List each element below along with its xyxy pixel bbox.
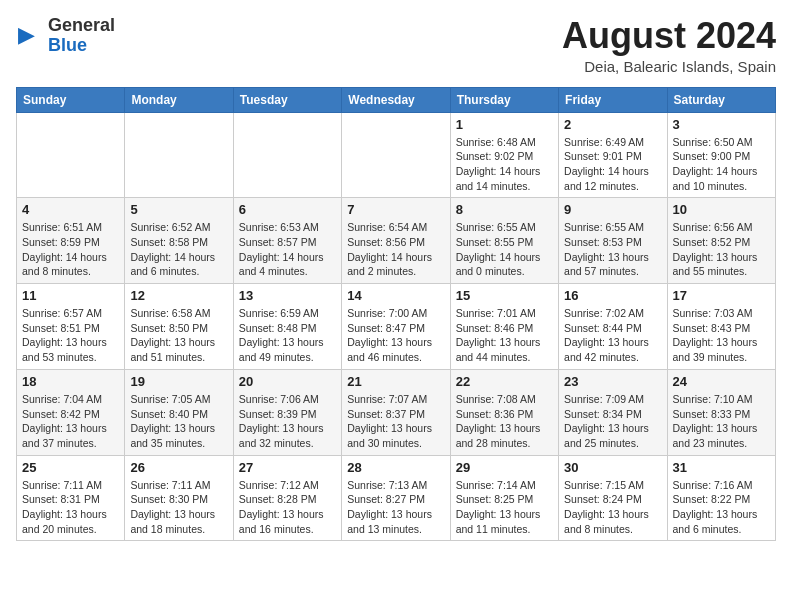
- day-info: Sunrise: 6:53 AM Sunset: 8:57 PM Dayligh…: [239, 220, 336, 279]
- day-number: 6: [239, 202, 336, 217]
- calendar-table: SundayMondayTuesdayWednesdayThursdayFrid…: [16, 87, 776, 542]
- day-number: 19: [130, 374, 227, 389]
- day-number: 18: [22, 374, 119, 389]
- day-info: Sunrise: 6:59 AM Sunset: 8:48 PM Dayligh…: [239, 306, 336, 365]
- day-info: Sunrise: 6:57 AM Sunset: 8:51 PM Dayligh…: [22, 306, 119, 365]
- day-info: Sunrise: 7:12 AM Sunset: 8:28 PM Dayligh…: [239, 478, 336, 537]
- calendar-cell: 2Sunrise: 6:49 AM Sunset: 9:01 PM Daylig…: [559, 112, 667, 198]
- day-info: Sunrise: 7:07 AM Sunset: 8:37 PM Dayligh…: [347, 392, 444, 451]
- day-number: 21: [347, 374, 444, 389]
- day-info: Sunrise: 6:56 AM Sunset: 8:52 PM Dayligh…: [673, 220, 770, 279]
- day-info: Sunrise: 7:06 AM Sunset: 8:39 PM Dayligh…: [239, 392, 336, 451]
- day-info: Sunrise: 7:01 AM Sunset: 8:46 PM Dayligh…: [456, 306, 553, 365]
- calendar-cell: 30Sunrise: 7:15 AM Sunset: 8:24 PM Dayli…: [559, 455, 667, 541]
- day-info: Sunrise: 6:50 AM Sunset: 9:00 PM Dayligh…: [673, 135, 770, 194]
- svg-text:▶: ▶: [18, 22, 35, 47]
- day-info: Sunrise: 6:58 AM Sunset: 8:50 PM Dayligh…: [130, 306, 227, 365]
- day-info: Sunrise: 6:49 AM Sunset: 9:01 PM Dayligh…: [564, 135, 661, 194]
- day-info: Sunrise: 7:09 AM Sunset: 8:34 PM Dayligh…: [564, 392, 661, 451]
- day-number: 27: [239, 460, 336, 475]
- day-info: Sunrise: 7:13 AM Sunset: 8:27 PM Dayligh…: [347, 478, 444, 537]
- calendar-cell: 10Sunrise: 6:56 AM Sunset: 8:52 PM Dayli…: [667, 198, 775, 284]
- calendar-cell: 5Sunrise: 6:52 AM Sunset: 8:58 PM Daylig…: [125, 198, 233, 284]
- calendar-cell: 16Sunrise: 7:02 AM Sunset: 8:44 PM Dayli…: [559, 284, 667, 370]
- calendar-cell: 29Sunrise: 7:14 AM Sunset: 8:25 PM Dayli…: [450, 455, 558, 541]
- day-number: 7: [347, 202, 444, 217]
- calendar-cell: 20Sunrise: 7:06 AM Sunset: 8:39 PM Dayli…: [233, 369, 341, 455]
- day-info: Sunrise: 7:16 AM Sunset: 8:22 PM Dayligh…: [673, 478, 770, 537]
- day-number: 22: [456, 374, 553, 389]
- calendar-cell: [17, 112, 125, 198]
- calendar-cell: 21Sunrise: 7:07 AM Sunset: 8:37 PM Dayli…: [342, 369, 450, 455]
- weekday-header-thursday: Thursday: [450, 87, 558, 112]
- day-number: 23: [564, 374, 661, 389]
- title-block: August 2024 Deia, Balearic Islands, Spai…: [562, 16, 776, 75]
- day-info: Sunrise: 6:55 AM Sunset: 8:55 PM Dayligh…: [456, 220, 553, 279]
- weekday-header-sunday: Sunday: [17, 87, 125, 112]
- calendar-cell: 14Sunrise: 7:00 AM Sunset: 8:47 PM Dayli…: [342, 284, 450, 370]
- page-header: ▶ General Blue August 2024 Deia, Baleari…: [16, 16, 776, 75]
- calendar-cell: 26Sunrise: 7:11 AM Sunset: 8:30 PM Dayli…: [125, 455, 233, 541]
- day-number: 4: [22, 202, 119, 217]
- day-number: 17: [673, 288, 770, 303]
- day-number: 9: [564, 202, 661, 217]
- calendar-cell: 6Sunrise: 6:53 AM Sunset: 8:57 PM Daylig…: [233, 198, 341, 284]
- calendar-week-row: 25Sunrise: 7:11 AM Sunset: 8:31 PM Dayli…: [17, 455, 776, 541]
- day-number: 5: [130, 202, 227, 217]
- logo-general-text: General: [48, 16, 115, 36]
- day-number: 10: [673, 202, 770, 217]
- calendar-cell: 11Sunrise: 6:57 AM Sunset: 8:51 PM Dayli…: [17, 284, 125, 370]
- day-info: Sunrise: 6:48 AM Sunset: 9:02 PM Dayligh…: [456, 135, 553, 194]
- weekday-header-saturday: Saturday: [667, 87, 775, 112]
- day-info: Sunrise: 7:05 AM Sunset: 8:40 PM Dayligh…: [130, 392, 227, 451]
- day-number: 2: [564, 117, 661, 132]
- weekday-header-wednesday: Wednesday: [342, 87, 450, 112]
- day-info: Sunrise: 7:11 AM Sunset: 8:31 PM Dayligh…: [22, 478, 119, 537]
- day-number: 28: [347, 460, 444, 475]
- calendar-cell: 27Sunrise: 7:12 AM Sunset: 8:28 PM Dayli…: [233, 455, 341, 541]
- day-info: Sunrise: 6:55 AM Sunset: 8:53 PM Dayligh…: [564, 220, 661, 279]
- calendar-cell: 19Sunrise: 7:05 AM Sunset: 8:40 PM Dayli…: [125, 369, 233, 455]
- calendar-cell: 17Sunrise: 7:03 AM Sunset: 8:43 PM Dayli…: [667, 284, 775, 370]
- day-number: 14: [347, 288, 444, 303]
- logo-blue-text: Blue: [48, 36, 115, 56]
- day-number: 20: [239, 374, 336, 389]
- calendar-cell: 31Sunrise: 7:16 AM Sunset: 8:22 PM Dayli…: [667, 455, 775, 541]
- calendar-cell: 24Sunrise: 7:10 AM Sunset: 8:33 PM Dayli…: [667, 369, 775, 455]
- day-number: 24: [673, 374, 770, 389]
- calendar-cell: 15Sunrise: 7:01 AM Sunset: 8:46 PM Dayli…: [450, 284, 558, 370]
- calendar-week-row: 11Sunrise: 6:57 AM Sunset: 8:51 PM Dayli…: [17, 284, 776, 370]
- logo-icon: ▶: [16, 22, 44, 50]
- day-number: 26: [130, 460, 227, 475]
- calendar-cell: 1Sunrise: 6:48 AM Sunset: 9:02 PM Daylig…: [450, 112, 558, 198]
- month-year-title: August 2024: [562, 16, 776, 56]
- day-info: Sunrise: 7:15 AM Sunset: 8:24 PM Dayligh…: [564, 478, 661, 537]
- day-info: Sunrise: 7:14 AM Sunset: 8:25 PM Dayligh…: [456, 478, 553, 537]
- day-number: 15: [456, 288, 553, 303]
- calendar-cell: [125, 112, 233, 198]
- day-info: Sunrise: 6:52 AM Sunset: 8:58 PM Dayligh…: [130, 220, 227, 279]
- weekday-header-monday: Monday: [125, 87, 233, 112]
- day-number: 16: [564, 288, 661, 303]
- calendar-week-row: 1Sunrise: 6:48 AM Sunset: 9:02 PM Daylig…: [17, 112, 776, 198]
- calendar-cell: 9Sunrise: 6:55 AM Sunset: 8:53 PM Daylig…: [559, 198, 667, 284]
- calendar-week-row: 4Sunrise: 6:51 AM Sunset: 8:59 PM Daylig…: [17, 198, 776, 284]
- logo: ▶ General Blue: [16, 16, 115, 56]
- calendar-cell: 3Sunrise: 6:50 AM Sunset: 9:00 PM Daylig…: [667, 112, 775, 198]
- weekday-header-friday: Friday: [559, 87, 667, 112]
- day-info: Sunrise: 7:00 AM Sunset: 8:47 PM Dayligh…: [347, 306, 444, 365]
- calendar-cell: 25Sunrise: 7:11 AM Sunset: 8:31 PM Dayli…: [17, 455, 125, 541]
- calendar-cell: 28Sunrise: 7:13 AM Sunset: 8:27 PM Dayli…: [342, 455, 450, 541]
- calendar-cell: 7Sunrise: 6:54 AM Sunset: 8:56 PM Daylig…: [342, 198, 450, 284]
- day-info: Sunrise: 7:03 AM Sunset: 8:43 PM Dayligh…: [673, 306, 770, 365]
- location-subtitle: Deia, Balearic Islands, Spain: [562, 58, 776, 75]
- day-number: 30: [564, 460, 661, 475]
- weekday-header-tuesday: Tuesday: [233, 87, 341, 112]
- calendar-cell: 22Sunrise: 7:08 AM Sunset: 8:36 PM Dayli…: [450, 369, 558, 455]
- day-number: 13: [239, 288, 336, 303]
- day-number: 8: [456, 202, 553, 217]
- calendar-cell: [233, 112, 341, 198]
- day-info: Sunrise: 7:02 AM Sunset: 8:44 PM Dayligh…: [564, 306, 661, 365]
- day-info: Sunrise: 7:08 AM Sunset: 8:36 PM Dayligh…: [456, 392, 553, 451]
- day-number: 29: [456, 460, 553, 475]
